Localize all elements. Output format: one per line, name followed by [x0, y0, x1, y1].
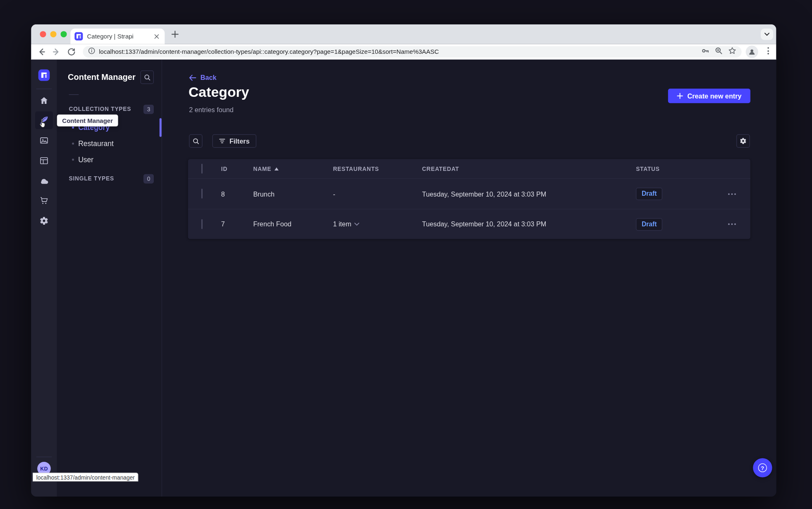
password-key-icon[interactable]	[701, 47, 709, 57]
browser-tab-strip: Category | Strapi	[31, 24, 776, 44]
table-header-row: ID NAME RESTAURANTS CREATEDAT STATUS	[188, 159, 750, 179]
main-content: Back Category 2 entries found Create new…	[162, 60, 776, 497]
subnav-scrollbar[interactable]	[160, 118, 162, 137]
strapi-admin: KD Content Manager COLLECTION TYPES 3 Ca…	[31, 60, 776, 497]
desktop: Category | Strapi	[0, 0, 812, 509]
close-window-button[interactable]	[40, 31, 46, 37]
single-types-badge: 0	[143, 174, 154, 184]
omnibox-action-icons	[701, 47, 736, 57]
row-actions-button[interactable]	[714, 193, 750, 195]
browser-toolbar: localhost:1337/admin/content-manager/col…	[31, 44, 776, 60]
strapi-favicon	[74, 32, 83, 41]
chevron-down-icon	[354, 222, 360, 226]
media-library-icon[interactable]	[35, 132, 53, 149]
bullet-icon	[72, 127, 74, 129]
cell-createdat: Tuesday, September 10, 2024 at 3:03 PM	[422, 190, 636, 198]
entries-table: ID NAME RESTAURANTS CREATEDAT STATUS 8 B…	[188, 159, 750, 239]
header-restaurants: RESTAURANTS	[333, 166, 422, 172]
filters-button[interactable]: Filters	[213, 134, 256, 148]
back-link[interactable]: Back	[189, 74, 216, 82]
address-bar[interactable]: localhost:1337/admin/content-manager/col…	[83, 46, 741, 58]
subnav-divider	[69, 94, 79, 95]
tab-title: Category | Strapi	[87, 33, 152, 40]
zoom-window-button[interactable]	[61, 31, 67, 37]
cell-restaurants: -	[333, 190, 422, 198]
browser-tab[interactable]: Category | Strapi	[70, 29, 165, 44]
window-controls	[40, 31, 67, 37]
content-type-builder-icon[interactable]	[35, 152, 53, 170]
url-input[interactable]: localhost:1337/admin/content-manager/col…	[99, 48, 697, 55]
browser-profile-avatar[interactable]	[746, 46, 758, 58]
subnav-search-button[interactable]	[140, 70, 154, 84]
zoom-page-icon[interactable]	[715, 47, 723, 57]
minimize-window-button[interactable]	[50, 31, 56, 37]
status-badge: Draft	[636, 218, 662, 230]
status-badge: Draft	[636, 187, 662, 200]
collection-types-badge: 3	[143, 105, 154, 114]
single-types-label: SINGLE TYPES	[69, 175, 114, 181]
content-manager-tooltip: Content Manager	[57, 115, 118, 127]
cell-createdat: Tuesday, September 10, 2024 at 3:03 PM	[422, 220, 636, 228]
row-actions-button[interactable]	[714, 223, 750, 225]
header-createdat[interactable]: CREATEDAT	[422, 166, 636, 172]
bullet-icon	[72, 158, 74, 161]
forward-icon[interactable]	[52, 47, 61, 56]
create-new-entry-button[interactable]: Create new entry	[668, 89, 750, 103]
subnav-item-restaurant[interactable]: Restaurant	[57, 138, 162, 149]
browser-window: Category | Strapi	[31, 24, 776, 497]
cell-name: Brunch	[253, 190, 333, 198]
table-row[interactable]: 8 Brunch - Tuesday, September 10, 2024 a…	[188, 179, 750, 209]
header-name[interactable]: NAME	[253, 166, 333, 172]
browser-menu-icon[interactable]	[767, 47, 769, 55]
bookmark-star-icon[interactable]	[728, 47, 736, 57]
strapi-logo[interactable]	[38, 70, 50, 81]
new-tab-icon[interactable]	[171, 30, 179, 38]
rail-divider	[36, 89, 52, 89]
back-icon[interactable]	[37, 47, 46, 56]
help-button[interactable]: ?	[753, 458, 772, 477]
page-title: Category	[189, 84, 249, 101]
tab-search-icon[interactable]	[761, 29, 773, 40]
hand-cursor	[39, 119, 47, 130]
cell-name: French Food	[253, 220, 333, 228]
collection-types-label: COLLECTION TYPES	[69, 106, 131, 112]
header-status: STATUS	[636, 166, 714, 172]
plus-icon	[677, 93, 683, 99]
home-icon[interactable]	[35, 92, 53, 110]
entries-count: 2 entries found	[189, 106, 234, 114]
deploy-cloud-icon[interactable]	[35, 172, 53, 190]
reload-icon[interactable]	[67, 47, 76, 56]
filter-icon	[219, 138, 225, 144]
settings-gear-icon[interactable]	[35, 212, 53, 230]
subnav-title: Content Manager	[68, 72, 136, 82]
list-search-button[interactable]	[189, 134, 203, 148]
bullet-icon	[72, 142, 74, 144]
cell-id: 7	[221, 220, 253, 228]
cell-id: 8	[221, 190, 253, 198]
row-checkbox[interactable]	[201, 219, 203, 229]
link-status-tooltip: localhost:1337/admin/content-manager	[33, 473, 139, 481]
table-row[interactable]: 7 French Food 1 item Tuesday, September …	[188, 209, 750, 239]
sort-ascending-icon	[275, 167, 279, 170]
cell-restaurants[interactable]: 1 item	[333, 220, 422, 228]
view-settings-button[interactable]	[736, 134, 750, 148]
question-mark-icon: ?	[758, 463, 767, 472]
marketplace-cart-icon[interactable]	[35, 192, 53, 209]
page-info-icon[interactable]	[88, 47, 96, 57]
tab-close-icon[interactable]	[152, 32, 160, 41]
rail-divider	[36, 456, 52, 457]
subnav-item-user[interactable]: User	[57, 154, 162, 166]
select-all-checkbox[interactable]	[201, 163, 203, 173]
header-id[interactable]: ID	[221, 166, 253, 172]
row-checkbox[interactable]	[201, 189, 203, 199]
